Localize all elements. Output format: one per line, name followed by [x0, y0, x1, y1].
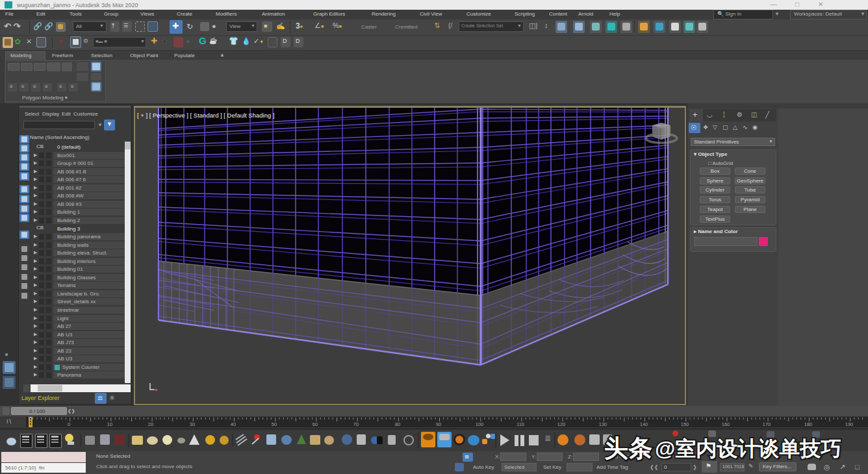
svg-text:180: 180	[804, 421, 813, 427]
svg-text:10: 10	[107, 421, 112, 427]
svg-text:170: 170	[763, 421, 771, 427]
svg-text:30: 30	[190, 421, 195, 427]
svg-text:20: 20	[148, 421, 153, 427]
svg-text:140: 140	[640, 421, 648, 427]
svg-text:120: 120	[557, 421, 566, 427]
svg-text:90: 90	[436, 421, 441, 427]
svg-text:80: 80	[395, 421, 400, 427]
svg-text:40: 40	[231, 421, 236, 427]
svg-text:100: 100	[476, 421, 484, 427]
svg-text:0: 0	[68, 421, 70, 427]
svg-text:50: 50	[272, 421, 277, 427]
svg-text:[ + ] [ Perspective ] [ Standa: [ + ] [ Perspective ] [ Standard ] [ Def…	[137, 112, 275, 119]
svg-text:70: 70	[353, 421, 359, 427]
svg-text:190: 190	[845, 421, 854, 427]
svg-text:160: 160	[722, 421, 730, 427]
svg-text:60: 60	[313, 421, 318, 427]
svg-text:150: 150	[681, 421, 689, 427]
svg-text:110: 110	[517, 421, 524, 427]
svg-text:130: 130	[599, 421, 607, 427]
